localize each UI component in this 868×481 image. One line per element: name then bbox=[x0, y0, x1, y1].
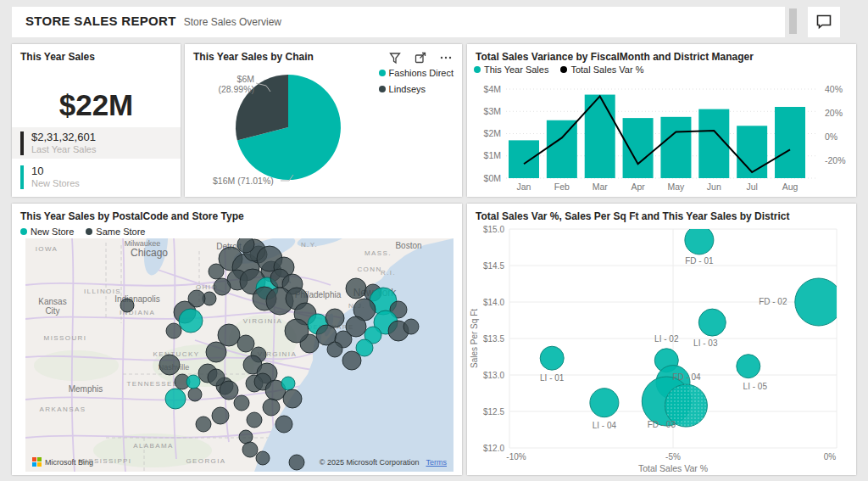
map-bubble-same-store[interactable] bbox=[212, 407, 229, 424]
pie-chart[interactable]: $6M(28.99%)$16M (71.01%) bbox=[185, 44, 462, 197]
map-bubble-same-store[interactable] bbox=[237, 335, 254, 352]
legend-dot bbox=[560, 66, 567, 73]
district-label: LI - 01 bbox=[540, 373, 565, 383]
secondary-y-axis-tick: 20% bbox=[825, 108, 843, 118]
x-axis-tick: Aug bbox=[782, 182, 798, 192]
x-axis-tick: Jan bbox=[517, 182, 531, 192]
scatter-bubble-li-03[interactable] bbox=[698, 309, 726, 336]
scatter-chart[interactable]: $12.0$12.5$13.0$13.5$14.0$14.5$15.0-10%-… bbox=[467, 204, 856, 475]
kpi-card-panel[interactable]: This Year Sales $22M $2,31,32,601 Last Y… bbox=[12, 44, 181, 197]
map-bubble-same-store[interactable] bbox=[234, 395, 249, 411]
district-label: FD - 02 bbox=[759, 297, 787, 306]
scatter-chart-panel[interactable]: Total Sales Var %, Sales Per Sq Ft and T… bbox=[467, 204, 856, 475]
x-axis-tick: Feb bbox=[554, 182, 570, 192]
last-year-sales-row: $2,31,32,601 Last Year Sales bbox=[12, 127, 181, 159]
new-stores-value: 10 bbox=[31, 165, 80, 178]
legend-dot bbox=[86, 228, 92, 235]
kpi-accent-bar bbox=[20, 131, 24, 155]
secondary-y-axis-tick: 0% bbox=[825, 131, 837, 142]
x-axis-tick: Apr bbox=[631, 182, 645, 192]
district-label: FD - 01 bbox=[685, 256, 714, 266]
scatter-bubble-li-01[interactable] bbox=[540, 346, 564, 370]
legend-item-new-store[interactable]: New Store bbox=[20, 227, 74, 237]
pie-data-label: $16M (71.01%) bbox=[213, 176, 274, 186]
x-axis-tick: -5% bbox=[665, 452, 681, 461]
map-panel[interactable]: This Year Sales by PostalCode and Store … bbox=[12, 204, 462, 475]
scatter-bubble-li-04[interactable] bbox=[590, 389, 619, 417]
map-bubble-same-store[interactable] bbox=[214, 278, 231, 295]
map-bubble-same-store[interactable] bbox=[188, 290, 205, 307]
store-sales-dashboard: STORE SALES REPORT Store Sales Overview … bbox=[0, 0, 868, 481]
map-bubble-same-store[interactable] bbox=[346, 278, 366, 299]
comment-button[interactable] bbox=[808, 7, 840, 37]
terms-link[interactable]: Terms bbox=[426, 458, 448, 467]
map-bubble-same-store[interactable] bbox=[242, 442, 258, 457]
map-bubble-same-store[interactable] bbox=[196, 417, 211, 432]
map-bubble-same-store[interactable] bbox=[159, 355, 180, 375]
y-axis-tick: $13.0 bbox=[483, 371, 504, 380]
map-bubble-new-store[interactable] bbox=[281, 377, 295, 390]
map-bubble-same-store[interactable] bbox=[263, 399, 280, 416]
map-bubble-same-store[interactable] bbox=[166, 323, 181, 338]
y-axis-tick: $15.0 bbox=[483, 225, 504, 234]
y-axis-tick: $12.5 bbox=[483, 407, 504, 417]
scatter-bubble-fd-02[interactable] bbox=[795, 278, 843, 326]
pie-data-label: (28.99%) bbox=[218, 84, 254, 94]
comment-icon bbox=[815, 12, 833, 33]
bar-chart-legend: This Year Sales Total Sales Var % bbox=[474, 64, 643, 75]
bar-Jan[interactable] bbox=[509, 140, 539, 178]
map-bubble-new-store[interactable] bbox=[186, 375, 200, 389]
scatter-bubble-fd-01[interactable] bbox=[685, 226, 714, 254]
new-stores-label: New Stores bbox=[31, 178, 80, 190]
map-bubble-same-store[interactable] bbox=[188, 388, 202, 401]
x-axis-tick: Jul bbox=[746, 182, 757, 192]
map-bubble-same-store[interactable] bbox=[120, 299, 134, 312]
kpi-card-title: This Year Sales bbox=[12, 44, 181, 63]
map-bubble-same-store[interactable] bbox=[256, 451, 270, 465]
map-bubble-same-store[interactable] bbox=[283, 389, 302, 408]
map-bubble-new-store[interactable] bbox=[165, 389, 186, 409]
map-bubble-same-store[interactable] bbox=[289, 455, 304, 470]
map-bubble-same-store[interactable] bbox=[275, 416, 292, 433]
legend-item-same-store[interactable]: Same Store bbox=[86, 227, 145, 237]
bar-Apr[interactable] bbox=[623, 118, 654, 178]
map-bubble-new-store[interactable] bbox=[179, 309, 203, 333]
district-label: LI - 05 bbox=[743, 382, 768, 391]
y-axis-tick: $3M bbox=[484, 106, 501, 116]
bing-map[interactable]: IOWAMilwaukeeChicagoDetroitILLINOISIndia… bbox=[25, 238, 453, 472]
legend-item-total-sales-var[interactable]: Total Sales Var % bbox=[560, 64, 643, 75]
map-bubbles-layer[interactable] bbox=[25, 238, 453, 472]
map-bubble-same-store[interactable] bbox=[342, 351, 361, 370]
map-bubble-same-store[interactable] bbox=[220, 381, 238, 400]
bar-Jun[interactable] bbox=[698, 109, 729, 178]
pie-chart-panel[interactable]: This Year Sales by Chain Fashions Direct… bbox=[185, 44, 462, 197]
bar-Jul[interactable] bbox=[737, 126, 767, 178]
y-axis-tick: $1M bbox=[484, 150, 501, 160]
map-bubble-same-store[interactable] bbox=[247, 412, 262, 428]
bar-Feb[interactable] bbox=[547, 120, 577, 178]
district-label: LI - 03 bbox=[693, 338, 718, 348]
scatter-bubble-li-05[interactable] bbox=[737, 355, 760, 378]
total-sales-var-line[interactable] bbox=[524, 96, 790, 172]
y-axis-tick: $0M bbox=[484, 173, 501, 183]
bar-line-chart-panel[interactable]: Total Sales Variance by FiscalMonth and … bbox=[467, 44, 856, 197]
bar-Mar[interactable] bbox=[585, 95, 615, 178]
y-axis-tick: $12.0 bbox=[483, 444, 504, 453]
bar-Aug[interactable] bbox=[775, 107, 805, 178]
microsoft-logo-icon bbox=[32, 457, 42, 467]
x-axis-tick: 0% bbox=[824, 452, 837, 461]
map-bubble-same-store[interactable] bbox=[285, 319, 309, 343]
bar-May[interactable] bbox=[660, 117, 691, 178]
map-bubble-same-store[interactable] bbox=[206, 342, 226, 362]
district-label: FD - 04 bbox=[672, 372, 701, 382]
scrollbar-thumb[interactable] bbox=[789, 8, 797, 34]
map-bubble-same-store[interactable] bbox=[209, 264, 224, 279]
legend-item-this-year-sales[interactable]: This Year Sales bbox=[474, 64, 548, 75]
secondary-y-axis-tick: 40% bbox=[825, 84, 843, 94]
district-label: FD - 03 bbox=[648, 420, 676, 429]
map-bubble-same-store[interactable] bbox=[327, 342, 342, 357]
map-bubble-same-store[interactable] bbox=[237, 238, 254, 253]
map-bubble-same-store[interactable] bbox=[326, 309, 344, 327]
map-bubble-same-store[interactable] bbox=[403, 319, 419, 334]
x-axis-tick: Mar bbox=[593, 182, 609, 192]
